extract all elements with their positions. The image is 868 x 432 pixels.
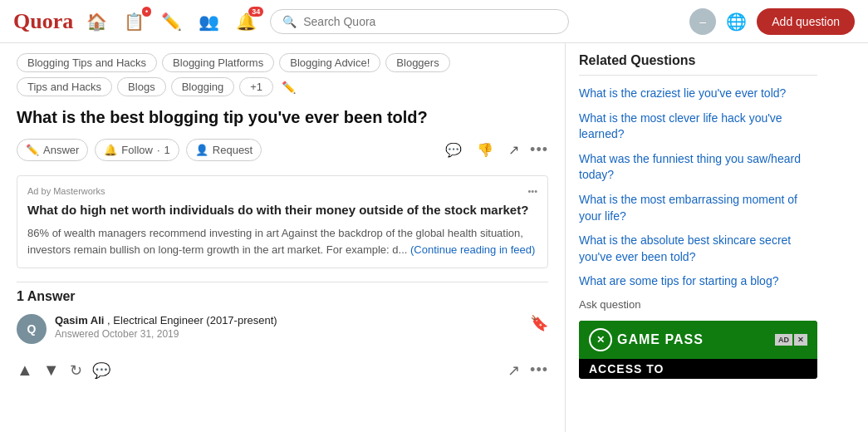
notification-badge: 34 [248, 7, 263, 17]
answer-footer: ▲ ▼ ↻ 💬 ↗ ••• [17, 354, 548, 380]
quora-logo[interactable]: Quora [13, 9, 73, 34]
answer-meta: Qasim Ali , Electrical Engineer (2017-pr… [55, 314, 522, 340]
main-layout: Blogging Tips and Hacks Blogging Platfor… [0, 43, 868, 432]
answer-button[interactable]: ✏️ Answer [17, 139, 88, 161]
related-item-1[interactable]: What is the craziest lie you've ever tol… [579, 86, 817, 102]
access-to-text: ACCESS TO [589, 362, 664, 376]
search-icon: 🔍 [282, 15, 297, 28]
search-bar[interactable]: 🔍 [270, 9, 569, 34]
comment-icon[interactable]: 💬 [441, 138, 466, 162]
request-icon: 👤 [195, 144, 208, 156]
tag-blogging[interactable]: Blogging [171, 77, 235, 96]
ad-banner-bottom: ACCESS TO [579, 359, 817, 379]
answer-item: Q Qasim Ali , Electrical Engineer (2017-… [17, 314, 548, 344]
globe-icon[interactable]: 🌐 [726, 12, 747, 32]
related-item-2[interactable]: What is the most clever life hack you've… [579, 110, 817, 143]
tag-blogging-tips-hacks[interactable]: Blogging Tips and Hacks [17, 53, 157, 72]
share-icon[interactable]: ↗ [504, 138, 523, 162]
tag-tips-hacks[interactable]: Tips and Hacks [17, 77, 112, 96]
edit-icon[interactable]: ✏️ [161, 12, 182, 32]
home-icon[interactable]: 🏠 [86, 12, 107, 32]
tag-blogs[interactable]: Blogs [117, 77, 166, 96]
comment-icon[interactable]: 💬 [92, 361, 110, 380]
ask-question-link[interactable]: Ask question [579, 298, 817, 311]
related-item-5[interactable]: What is the absolute best skincare secre… [579, 233, 817, 265]
answer-count: 1 Answer [17, 282, 548, 304]
answer-save-icon[interactable]: 🔖 [530, 314, 548, 332]
ad-banner-top: ✕ GAME PASS AD ✕ [579, 321, 817, 359]
ad-section: Ad by Masterworks ••• What do high net w… [17, 175, 548, 268]
ad-text: 86% of wealth managers recommend investi… [27, 225, 537, 258]
tags-section: Blogging Tips and Hacks Blogging Platfor… [17, 53, 548, 96]
people-icon[interactable]: 👥 [199, 12, 219, 32]
downvote-icon[interactable]: 👎 [473, 138, 498, 162]
ad-continue-link[interactable]: (Continue reading in feed) [410, 243, 535, 256]
game-pass-label: GAME PASS [617, 332, 704, 347]
more-options-button[interactable]: ••• [530, 141, 548, 159]
user-avatar[interactable]: – [689, 8, 716, 35]
answer-author: Qasim Ali , Electrical Engineer (2017-pr… [55, 314, 522, 326]
notification-dot: • [142, 7, 151, 17]
bell-icon[interactable]: 🔔 34 [236, 12, 257, 32]
refresh-icon[interactable]: ↻ [70, 361, 82, 380]
request-button[interactable]: 👤 Request [186, 139, 262, 161]
related-item-3[interactable]: What was the funniest thing you saw/hear… [579, 151, 817, 184]
answer-more-button[interactable]: ••• [530, 361, 548, 379]
search-input[interactable] [303, 15, 557, 28]
xbox-circle-icon: ✕ [589, 328, 612, 351]
xbox-logo: ✕ GAME PASS [589, 328, 704, 351]
related-item-6[interactable]: What are some tips for starting a blog? [579, 273, 817, 290]
header: Quora 🏠 📋 • ✏️ 👥 🔔 34 🔍 – 🌐 Add question [0, 0, 868, 43]
answer-avatar: Q [17, 314, 47, 344]
related-item-4[interactable]: What is the most embarrassing moment of … [579, 192, 817, 224]
ad-x-button[interactable]: AD [775, 334, 792, 346]
ad-title[interactable]: What do high net worth individuals do wi… [27, 201, 537, 218]
edit-tags-button[interactable]: ✏️ [278, 77, 299, 96]
main-content: Blogging Tips and Hacks Blogging Platfor… [0, 43, 565, 432]
question-title: What is the best blogging tip you've eve… [17, 106, 548, 128]
upvote-button[interactable]: ▲ [17, 361, 33, 380]
add-question-button[interactable]: Add question [757, 8, 855, 35]
header-right: – 🌐 Add question [689, 8, 855, 35]
answer-icon: ✏️ [26, 144, 39, 156]
ad-banner[interactable]: ✕ GAME PASS AD ✕ ACCESS TO [579, 321, 817, 379]
tag-blogging-advice[interactable]: Blogging Advice! [279, 53, 380, 72]
tag-bloggers[interactable]: Bloggers [385, 53, 449, 72]
share-icon[interactable]: ↗ [508, 361, 520, 380]
header-nav-icons: 🏠 📋 • ✏️ 👥 🔔 34 [86, 12, 257, 32]
action-bar: ✏️ Answer 🔔 Follow · 1 👤 Request 💬 👎 ↗ •… [17, 138, 548, 162]
downvote-button[interactable]: ▼ [43, 361, 60, 380]
related-questions-title: Related Questions [579, 53, 817, 76]
sidebar: Related Questions What is the craziest l… [565, 43, 831, 432]
tag-extra[interactable]: +1 [239, 77, 273, 96]
ad-label: Ad by Masterworks ••• [27, 186, 537, 196]
tag-blogging-platforms[interactable]: Blogging Platforms [162, 53, 274, 72]
ad-close-button[interactable]: ✕ [794, 334, 807, 346]
list-icon[interactable]: 📋 • [124, 12, 145, 32]
follow-icon: 🔔 [104, 144, 117, 156]
answer-date: Answered October 31, 2019 [55, 328, 522, 340]
ad-close-buttons: AD ✕ [775, 334, 807, 346]
ad-more-icon[interactable]: ••• [527, 186, 537, 196]
follow-button[interactable]: 🔔 Follow · 1 [95, 139, 179, 161]
